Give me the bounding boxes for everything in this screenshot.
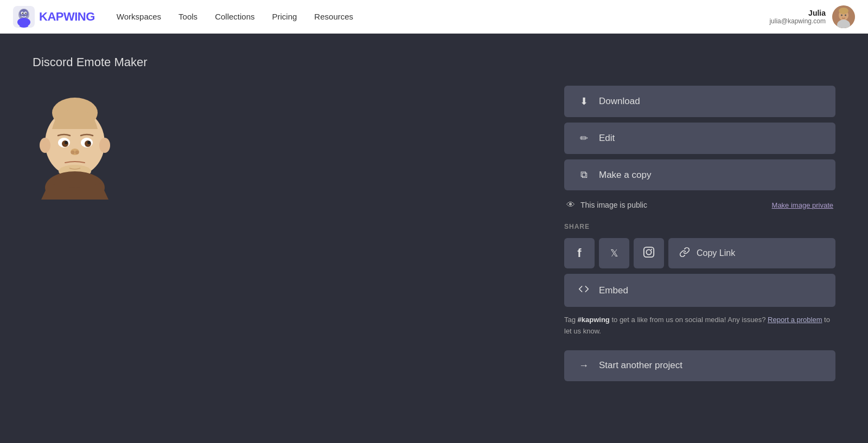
user-name: Julia xyxy=(769,9,826,17)
edit-label: Edit xyxy=(599,133,615,144)
instagram-icon xyxy=(643,246,655,261)
twitter-share-button[interactable]: 𝕏 xyxy=(599,238,629,268)
copy-link-label: Copy Link xyxy=(697,248,735,258)
user-area: Julia julia@kapwing.com xyxy=(769,5,855,28)
svg-point-5 xyxy=(22,12,23,14)
tag-text: Tag #kapwing to get a like from us on so… xyxy=(564,312,835,339)
nav: Workspaces Tools Collections Pricing Res… xyxy=(117,12,770,21)
share-row: f 𝕏 xyxy=(564,238,835,268)
svg-point-6 xyxy=(25,12,26,14)
twitter-icon: 𝕏 xyxy=(610,247,618,259)
svg-point-16 xyxy=(40,138,50,153)
image-panel xyxy=(33,86,532,200)
start-another-project-button[interactable]: → Start another project xyxy=(564,350,835,381)
eye-icon: 👁 xyxy=(566,200,575,210)
emote-preview xyxy=(33,91,119,200)
logo-text: KAPWING xyxy=(39,10,95,24)
download-icon: ⬇ xyxy=(577,95,590,107)
download-label: Download xyxy=(599,96,640,107)
embed-label: Embed xyxy=(599,285,628,296)
svg-point-26 xyxy=(75,151,79,155)
svg-rect-30 xyxy=(644,247,654,256)
tag-middle: to get a like from us on social media! A… xyxy=(610,316,768,324)
nav-item-tools[interactable]: Tools xyxy=(178,12,197,21)
main-content: Discord Emote Maker xyxy=(0,34,868,403)
embed-icon xyxy=(577,284,590,297)
nav-item-collections[interactable]: Collections xyxy=(215,12,254,21)
nav-item-resources[interactable]: Resources xyxy=(314,12,353,21)
embed-button[interactable]: Embed xyxy=(564,274,835,307)
svg-point-2 xyxy=(20,9,28,18)
tag-hashtag: #kapwing xyxy=(578,316,610,324)
tag-prefix: Tag xyxy=(564,316,578,324)
make-private-link[interactable]: Make image private xyxy=(772,201,833,209)
make-copy-button[interactable]: ⧉ Make a copy xyxy=(564,159,835,190)
make-copy-label: Make a copy xyxy=(599,170,651,181)
report-problem-link[interactable]: Report a problem xyxy=(768,316,822,324)
user-info: Julia julia@kapwing.com xyxy=(769,9,826,25)
actions-panel: ⬇ Download ✏ Edit ⧉ Make a copy 👁 This i… xyxy=(564,86,835,381)
nav-item-pricing[interactable]: Pricing xyxy=(272,12,297,21)
link-icon xyxy=(679,247,690,260)
copy-icon: ⧉ xyxy=(577,169,590,181)
logo-icon xyxy=(13,6,35,28)
public-status-row: 👁 This image is public Make image privat… xyxy=(564,196,835,214)
svg-point-23 xyxy=(87,141,91,144)
nav-item-workspaces[interactable]: Workspaces xyxy=(117,12,161,21)
content-area: ⬇ Download ✏ Edit ⧉ Make a copy 👁 This i… xyxy=(33,86,835,381)
svg-point-11 xyxy=(841,14,843,16)
svg-point-10 xyxy=(839,8,848,14)
public-status-text: This image is public xyxy=(580,201,647,209)
logo-link[interactable]: KAPWING xyxy=(13,6,95,28)
instagram-share-button[interactable] xyxy=(634,238,664,268)
facebook-icon: f xyxy=(577,246,581,260)
user-email: julia@kapwing.com xyxy=(769,17,826,25)
avatar[interactable] xyxy=(832,5,855,28)
svg-point-12 xyxy=(845,14,846,16)
header: KAPWING Workspaces Tools Collections Pri… xyxy=(0,0,868,34)
svg-point-25 xyxy=(71,151,75,155)
start-project-label: Start another project xyxy=(599,360,682,371)
avatar-image xyxy=(832,5,855,28)
edit-icon: ✏ xyxy=(577,132,590,144)
baby-svg xyxy=(33,91,119,200)
page-title: Discord Emote Maker xyxy=(33,55,835,69)
copy-link-button[interactable]: Copy Link xyxy=(668,238,835,268)
arrow-right-icon: → xyxy=(577,360,590,371)
public-left: 👁 This image is public xyxy=(566,200,647,210)
edit-button[interactable]: ✏ Edit xyxy=(564,123,835,154)
svg-point-32 xyxy=(651,248,652,249)
download-button[interactable]: ⬇ Download xyxy=(564,86,835,117)
svg-point-17 xyxy=(99,138,110,153)
share-label: SHARE xyxy=(564,223,835,230)
facebook-share-button[interactable]: f xyxy=(564,238,595,268)
svg-point-22 xyxy=(65,141,68,144)
svg-point-31 xyxy=(646,249,651,254)
